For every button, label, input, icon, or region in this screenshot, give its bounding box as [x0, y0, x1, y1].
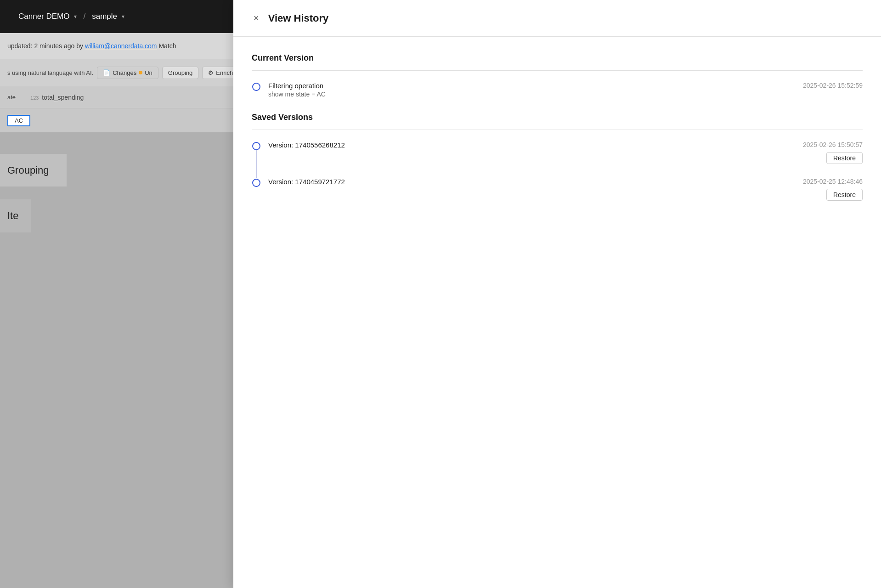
current-version-content: Filtering operation show me state = AC 2…	[268, 82, 863, 98]
project-chevron-icon[interactable]: ▾	[122, 13, 124, 20]
timestamp-restore-1: 2025-02-25 12:48:46 Restore	[803, 178, 863, 201]
updated-time: 2 minutes ago by	[34, 42, 83, 50]
panel-title: View History	[268, 12, 329, 24]
saved-version-item-1: Version: 1740459721772 2025-02-25 12:48:…	[252, 178, 863, 212]
changes-label: Changes	[113, 69, 136, 76]
current-version-description: show me state = AC	[268, 90, 803, 98]
saved-version-timestamp-0: 2025-02-26 15:50:57	[803, 141, 863, 148]
col-total-header: 123 total_spending	[30, 94, 84, 101]
user-email-link[interactable]: william@cannerdata.com	[85, 42, 157, 50]
saved-version-timestamp-1: 2025-02-25 12:48:46	[803, 178, 863, 185]
current-version-timestamp: 2025-02-26 15:52:59	[803, 82, 863, 89]
current-version-section: Current Version Filtering operation show…	[252, 53, 863, 98]
unsaved-label: Un	[145, 69, 152, 76]
current-version-operation: Filtering operation	[268, 82, 803, 90]
col-state-header: ate	[7, 94, 16, 101]
grouping-label: Grouping	[168, 69, 192, 76]
saved-versions-section: Saved Versions Version: 1740556268212 20…	[252, 113, 863, 212]
restore-button-0[interactable]: Restore	[826, 152, 863, 164]
app-chevron-icon[interactable]: ▾	[74, 13, 77, 20]
saved-version-dot-0	[252, 142, 260, 150]
cell-state-ac: AC	[7, 115, 30, 126]
timeline-line-0	[256, 150, 257, 178]
section-divider	[252, 70, 863, 71]
saved-versions-title: Saved Versions	[252, 113, 863, 122]
saved-version-label-0: Version: 1740556268212	[268, 141, 345, 149]
current-version-row: Filtering operation show me state = AC 2…	[268, 82, 863, 98]
saved-version-row-0: Version: 1740556268212 2025-02-26 15:50:…	[268, 141, 863, 164]
current-version-info: Filtering operation show me state = AC	[268, 82, 803, 98]
ai-text: s using natural language with AI.	[7, 69, 93, 76]
timestamp-restore-0: 2025-02-26 15:50:57 Restore	[803, 141, 863, 164]
app-name[interactable]: Canner DEMO	[18, 12, 69, 21]
col-type-icon: 123	[30, 95, 39, 101]
document-icon: 📄	[103, 69, 110, 76]
changes-button[interactable]: 📄 Changes Un	[97, 67, 158, 79]
panel-header: × View History	[233, 0, 881, 37]
saved-version-content-1: Version: 1740459721772 2025-02-25 12:48:…	[268, 178, 863, 212]
grouping-button[interactable]: Grouping	[162, 67, 198, 79]
current-version-entry: Filtering operation show me state = AC 2…	[252, 82, 863, 98]
unsaved-dot	[139, 71, 142, 74]
restore-button-1[interactable]: Restore	[826, 189, 863, 201]
timeline-container-0	[252, 141, 261, 178]
col-total-label: total_spending	[42, 94, 84, 101]
saved-version-dot-1	[252, 179, 260, 187]
current-timeline	[252, 82, 261, 91]
timeline-container-1	[252, 178, 261, 187]
saved-version-row-1: Version: 1740459721772 2025-02-25 12:48:…	[268, 178, 863, 201]
close-icon: ×	[254, 13, 259, 23]
breadcrumb-separator: /	[83, 12, 85, 21]
saved-version-content-0: Version: 1740556268212 2025-02-26 15:50:…	[268, 141, 863, 175]
current-version-title: Current Version	[252, 53, 863, 63]
current-version-dot	[252, 83, 260, 91]
close-button[interactable]: ×	[252, 11, 261, 25]
updated-suffix: Match	[158, 42, 176, 50]
saved-version-label-1: Version: 1740459721772	[268, 178, 345, 186]
updated-prefix: updated:	[7, 42, 33, 50]
label-grouping: Grouping	[0, 154, 67, 187]
panel-body: Current Version Filtering operation show…	[233, 37, 881, 588]
project-name[interactable]: sample	[92, 12, 117, 21]
side-panel: × View History Current Version Filtering…	[233, 0, 881, 588]
enrichment-icon: ⚙	[208, 69, 214, 76]
saved-version-item-0: Version: 1740556268212 2025-02-26 15:50:…	[252, 141, 863, 178]
label-ite: Ite	[0, 199, 31, 232]
saved-divider	[252, 130, 863, 130]
